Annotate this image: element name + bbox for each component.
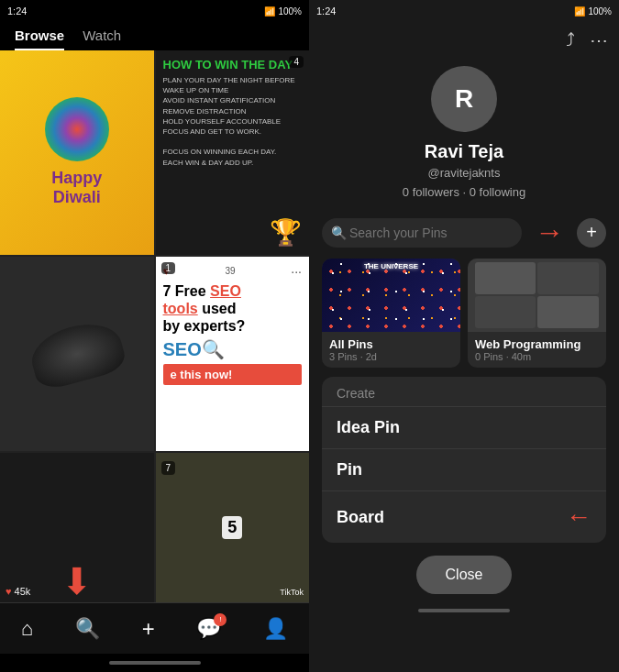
status-icons-right: 📶 100% xyxy=(574,6,612,17)
plus-button[interactable]: + xyxy=(577,218,606,248)
arrow-down-left: ⬇ xyxy=(61,560,93,602)
profile-stats: 0 followers · 0 following xyxy=(403,185,525,199)
seo-likes: 39 xyxy=(225,266,235,276)
bottom-nav: ⌂ 🔍 + 💬 ! 👤 xyxy=(0,602,309,654)
howtowin-figure: 🏆 xyxy=(163,217,303,248)
feed-seo[interactable]: 1 ♥ 39 ··· 7 Free SEO tools used by expe… xyxy=(156,257,310,452)
board-thumb-universe: THE UNIVERSE xyxy=(322,259,460,332)
mandala-decoration xyxy=(45,97,109,161)
seo-title: 7 Free SEO tools used by experts? xyxy=(163,282,303,336)
seo-cta: e this now! xyxy=(163,364,303,385)
number-7-badge: 7 xyxy=(161,458,176,475)
time-left: 1:24 xyxy=(7,6,27,17)
right-panel: 1:24 📶 100% ⤴ ⋯ R Ravi Teja @ravitejaknt… xyxy=(309,0,619,672)
close-button[interactable]: Close xyxy=(416,556,513,594)
messages-badge: ! xyxy=(214,613,227,626)
search-container: 🔍 xyxy=(322,218,522,248)
feed-diwali[interactable]: Happy Diwali xyxy=(0,50,154,255)
seo-header: ♥ 39 ··· xyxy=(163,264,303,279)
home-indicator-right xyxy=(309,601,619,620)
number-5: 5 xyxy=(222,516,242,539)
profile-name: Ravi Teja xyxy=(425,141,503,162)
feed-small-right[interactable]: 7 5 TikTok xyxy=(156,453,310,602)
share-icon[interactable]: ⤴ xyxy=(566,29,575,51)
close-button-row: Close xyxy=(309,543,619,601)
tiktok-badge: TikTok xyxy=(280,588,304,597)
create-board[interactable]: Board ← xyxy=(322,490,606,543)
nav-search[interactable]: 🔍 xyxy=(75,617,100,641)
board-label-web: Web Programming 0 Pins · 40m xyxy=(468,332,606,368)
seo-more-icon[interactable]: ··· xyxy=(291,264,302,279)
profile-header-icons: ⤴ ⋯ xyxy=(309,22,619,59)
left-panel: 1:24 📶 100% Browse Watch Happy Diwali 4 … xyxy=(0,0,309,672)
howtowin-title: HOW TO WIN THE DAY xyxy=(163,58,303,72)
create-idea-pin[interactable]: Idea Pin xyxy=(322,406,606,448)
board-all-pins[interactable]: THE UNIVERSE All Pins 3 Pins · 2d xyxy=(322,259,460,368)
pin-count-badge: 4 xyxy=(289,56,304,68)
status-bar-left: 1:24 📶 100% xyxy=(0,0,309,22)
nav-messages[interactable]: 💬 ! xyxy=(196,617,221,641)
likes-badge: ♥ 45k xyxy=(6,586,30,597)
tab-browse[interactable]: Browse xyxy=(15,28,64,50)
feed-small-left[interactable]: ♥ 45k ⬇ xyxy=(0,453,154,602)
status-icons-left: 📶 100% xyxy=(264,6,302,17)
howtowin-text: PLAN YOUR DAY THE NIGHT BEFOREWAKE UP ON… xyxy=(163,75,303,168)
create-pin[interactable]: Pin xyxy=(322,448,606,490)
tab-watch[interactable]: Watch xyxy=(83,28,121,50)
board-thumb-web xyxy=(468,259,606,332)
feed-howtowin[interactable]: 4 HOW TO WIN THE DAY PLAN YOUR DAY THE N… xyxy=(156,50,310,255)
create-menu: Create Idea Pin Pin Board ← xyxy=(322,377,606,543)
universe-image: THE UNIVERSE xyxy=(322,259,460,332)
create-label: Create xyxy=(322,377,606,406)
time-right: 1:24 xyxy=(316,6,336,17)
more-options-icon[interactable]: ⋯ xyxy=(590,29,608,51)
seo-logo: SEO🔍 xyxy=(163,338,303,360)
nav-home[interactable]: ⌂ xyxy=(21,617,33,641)
nav-add[interactable]: + xyxy=(142,616,155,642)
feed-shoe[interactable] xyxy=(0,257,154,452)
profile-section: R Ravi Teja @ravitejaknts 0 followers · … xyxy=(309,59,619,206)
boards-grid: THE UNIVERSE All Pins 3 Pins · 2d Web Pr… xyxy=(309,259,619,377)
diwali-text: Happy Diwali xyxy=(51,169,102,208)
search-input[interactable] xyxy=(322,218,522,248)
feed-grid: Happy Diwali 4 HOW TO WIN THE DAY PLAN Y… xyxy=(0,50,309,602)
tabs-row: Browse Watch xyxy=(0,22,309,50)
arrow-board: ← xyxy=(566,502,591,532)
search-bar-row: 🔍 → + xyxy=(309,206,619,259)
board-label-all-pins: All Pins 3 Pins · 2d xyxy=(322,332,460,368)
arrow-right-search: → xyxy=(535,215,564,249)
status-bar-right: 1:24 📶 100% xyxy=(309,0,619,22)
seo-pin-badge: 1 xyxy=(161,262,176,274)
search-icon: 🔍 xyxy=(331,226,347,240)
avatar: R xyxy=(431,66,497,132)
nav-profile[interactable]: 👤 xyxy=(263,617,288,641)
profile-handle: @ravitejaknts xyxy=(428,166,501,180)
home-indicator-left xyxy=(0,654,309,672)
board-web-programming[interactable]: Web Programming 0 Pins · 40m xyxy=(468,259,606,368)
